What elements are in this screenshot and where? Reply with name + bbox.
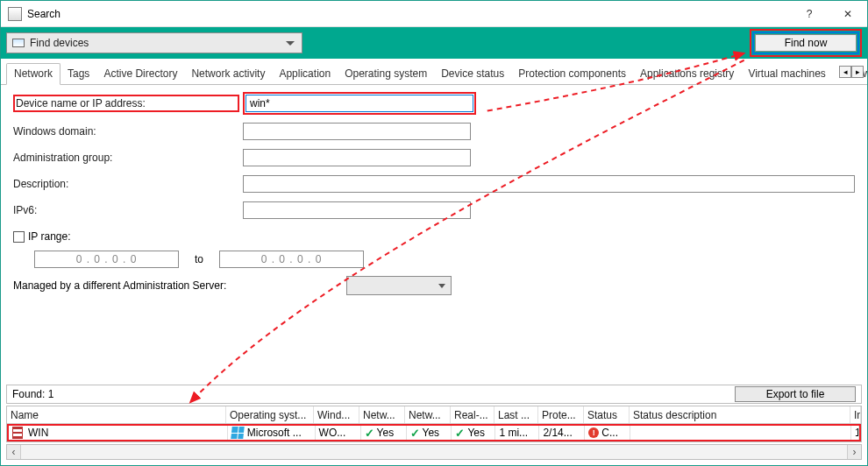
row-admin-group: Administration group: [13, 148, 855, 167]
cell-name: WIN [9, 426, 228, 440]
tab-scroll-left[interactable]: ◂ [839, 66, 851, 78]
windows-logo-icon [231, 427, 244, 439]
annotation-highlight: Find now [750, 29, 862, 57]
grid-header: Name Operating syst... Wind... Netw... N… [7, 406, 861, 424]
search-tabs: Network Tags Active Directory Network ac… [1, 62, 867, 85]
device-name-label: Device name or IP address: [13, 95, 239, 112]
cell-network2: ✓Yes [407, 426, 452, 440]
row-ip-range-check: IP range: [13, 227, 855, 246]
grid-horizontal-scrollbar[interactable]: ‹ › [6, 444, 862, 460]
tab-operating-system[interactable]: Operating system [338, 64, 434, 84]
app-icon [8, 7, 22, 21]
scroll-left-button[interactable]: ‹ [7, 445, 21, 459]
col-network1[interactable]: Netw... [359, 406, 405, 423]
results-summary-bar: Found: 1 Export to file [6, 385, 862, 404]
row-ipv6: IPv6: [13, 201, 855, 220]
network-search-form: Device name or IP address: Windows domai… [1, 85, 867, 306]
col-protection[interactable]: Prote... [538, 406, 584, 423]
managed-by-dropdown[interactable] [346, 276, 452, 295]
tab-scroll-right[interactable]: ▸ [851, 66, 864, 78]
cell-last: 1 mi... [495, 426, 539, 440]
window-title: Search [27, 8, 790, 20]
check-icon: ✓ [410, 427, 420, 440]
cell-os: Microsoft ... [228, 426, 316, 440]
cell-protection: 2/14... [539, 426, 585, 440]
ip-range-label: IP range: [28, 230, 70, 243]
spacer [1, 306, 867, 385]
col-os[interactable]: Operating syst... [226, 406, 314, 423]
tab-tags[interactable]: Tags [60, 64, 96, 84]
grid-row[interactable]: WIN Microsoft ... WO... ✓Yes ✓Yes ✓Yes 1… [7, 424, 861, 441]
tab-active-directory[interactable]: Active Directory [96, 64, 184, 84]
search-mode-label: Find devices [30, 37, 296, 49]
scroll-right-button[interactable]: › [847, 445, 861, 459]
close-button[interactable]: ✕ [829, 1, 867, 26]
cell-name-text: WIN [28, 427, 48, 439]
ip-range-to-label: to [179, 253, 219, 265]
description-label: Description: [13, 178, 243, 190]
tab-application[interactable]: Application [272, 64, 338, 84]
export-to-file-button[interactable]: Export to file [735, 386, 856, 402]
search-window: Search ? ✕ Find devices Find now Network… [0, 0, 868, 466]
row-windows-domain: Windows domain: [13, 122, 855, 141]
row-device-name: Device name or IP address: [13, 92, 855, 115]
device-icon [12, 427, 23, 439]
monitor-icon [12, 39, 25, 47]
warning-icon: ! [588, 427, 599, 438]
titlebar: Search ? ✕ [1, 1, 867, 27]
check-icon: ✓ [365, 427, 374, 440]
help-button[interactable]: ? [790, 1, 829, 26]
cell-network1: ✓Yes [361, 426, 407, 440]
admin-group-label: Administration group: [13, 152, 243, 164]
row-ip-range-values: 0 . 0 . 0 . 0 to 0 . 0 . 0 . 0 [13, 250, 855, 269]
admin-group-input[interactable] [243, 149, 471, 166]
tab-scroll-controls: ◂ ▸ [839, 66, 864, 78]
ip-range-from[interactable]: 0 . 0 . 0 . 0 [34, 251, 179, 268]
ip-range-checkbox[interactable] [13, 231, 25, 243]
windows-domain-input[interactable] [243, 123, 471, 140]
results-grid: Name Operating syst... Wind... Netw... N… [6, 406, 862, 442]
find-now-button[interactable]: Find now [755, 34, 857, 52]
description-input[interactable] [243, 175, 855, 193]
toolbar: Find devices Find now [1, 27, 867, 59]
tab-network[interactable]: Network [6, 63, 60, 85]
col-windows[interactable]: Wind... [314, 406, 359, 423]
cell-status-description [630, 426, 851, 440]
cell-inf: 1 r [851, 426, 859, 440]
tab-protection-components[interactable]: Protection components [511, 64, 633, 84]
col-status[interactable]: Status [584, 406, 630, 423]
tab-network-activity[interactable]: Network activity [184, 64, 272, 84]
ip-range-to[interactable]: 0 . 0 . 0 . 0 [219, 251, 364, 268]
chevron-down-icon [286, 41, 295, 46]
search-mode-dropdown[interactable]: Find devices [6, 32, 302, 53]
device-name-input[interactable] [245, 95, 473, 112]
windows-domain-label: Windows domain: [13, 125, 243, 138]
tab-virtual-machines[interactable]: Virtual machines [741, 64, 833, 84]
row-managed-by: Managed by a different Administration Se… [13, 276, 855, 295]
check-icon: ✓ [455, 427, 465, 440]
row-description: Description: [13, 174, 855, 194]
col-status-description[interactable]: Status description [630, 406, 850, 423]
ipv6-input[interactable] [243, 201, 471, 219]
cell-realtime: ✓Yes [452, 426, 495, 440]
focus-ring: Find now [752, 32, 859, 54]
found-count-label: Found: 1 [12, 388, 735, 400]
col-name[interactable]: Name [7, 406, 226, 423]
tab-applications-registry[interactable]: Applications registry [633, 64, 741, 84]
col-realtime[interactable]: Real-... [451, 406, 494, 423]
col-inf[interactable]: Inf [850, 406, 861, 423]
col-network2[interactable]: Netw... [405, 406, 451, 423]
managed-by-label: Managed by a different Administration Se… [13, 279, 346, 292]
cell-os-text: Microsoft ... [247, 427, 302, 439]
cell-windows: WO... [316, 426, 361, 440]
cell-status: !C... [585, 426, 630, 440]
ipv6-label: IPv6: [13, 204, 243, 216]
col-last[interactable]: Last ... [494, 406, 538, 423]
tab-device-status[interactable]: Device status [434, 64, 511, 84]
